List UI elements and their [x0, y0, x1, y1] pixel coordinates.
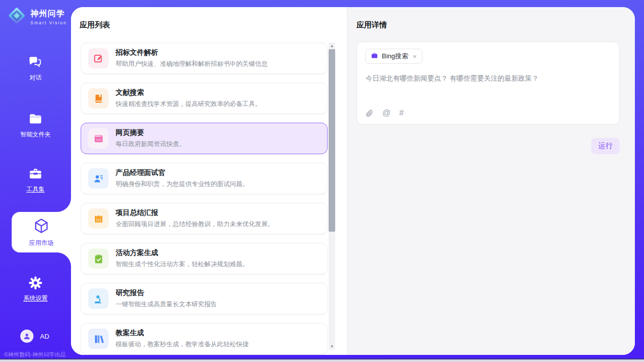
- hash-icon[interactable]: #: [399, 108, 404, 118]
- paperclip-icon[interactable]: [365, 109, 374, 118]
- app-card-title: 网页摘要: [116, 128, 186, 137]
- app-card-research-report[interactable]: 研究报告一键智能生成高质量长文本研究报告: [81, 283, 328, 314]
- composer-toolbar: @ #: [365, 108, 404, 118]
- bottom-strip: [0, 358, 644, 362]
- sidebar-item-label: 工具集: [26, 185, 45, 194]
- svg-text:</>: </>: [95, 137, 101, 141]
- sidebar-item-folders[interactable]: 智能文件夹: [0, 112, 71, 139]
- app-card-title: 研究报告: [116, 288, 217, 298]
- app-details-title: 应用详情: [356, 20, 387, 30]
- at-icon[interactable]: @: [382, 108, 390, 118]
- brand-subtitle: Smart Vision: [30, 20, 67, 25]
- briefcase-icon: [371, 52, 378, 61]
- book-icon: [88, 88, 109, 108]
- app-card-description: 快速精准查找学术资源，提高研究效率的必备工具。: [116, 100, 262, 108]
- scrollbar[interactable]: ▲ ▼: [329, 43, 335, 350]
- tool-tag-bing-search[interactable]: Bing搜索 ×: [365, 49, 422, 64]
- sidebar-item-market[interactable]: 应用市场: [12, 212, 71, 252]
- app-list-title: 应用列表: [80, 20, 110, 30]
- sidebar-item-label: 智能文件夹: [20, 130, 51, 139]
- scrollbar-thumb[interactable]: [329, 49, 335, 232]
- app-card-web-summary[interactable]: </>网页摘要每日政府新闻资讯快查。: [81, 123, 328, 154]
- app-card-title: 文献搜索: [116, 88, 262, 97]
- microscope-icon: [88, 288, 109, 309]
- main-content: 应用列表 招标文件解析帮助用户快速、准确地理解和解析招标书中的关键信息文献搜索快…: [71, 7, 635, 355]
- chat-icon: [28, 55, 43, 70]
- clipboard-check-icon: [88, 248, 109, 269]
- app-list-panel: 应用列表 招标文件解析帮助用户快速、准确地理解和解析招标书中的关键信息文献搜索快…: [71, 7, 347, 355]
- copyright-text: ©神州数码·神州问学出品: [4, 351, 66, 358]
- app-card-description: 全面回顾项目进展，总结经验教训，助力未来优化发展。: [116, 220, 274, 229]
- interviewer-icon: [88, 168, 109, 189]
- app-card-pm-interviewer[interactable]: 产品经理面试官明确身份和职责，为您提供专业性的面试问题。: [81, 163, 328, 194]
- prompt-card: Bing搜索 × 今日湖北有哪些新闻要点？ 有哪些需要关注的最新政策？ @ #: [356, 42, 620, 125]
- sidebar-item-settings[interactable]: 系统设置: [0, 275, 71, 303]
- app-details-panel: 应用详情 Bing搜索 × 今日湖北有哪些新闻要点？ 有哪些需要关注的最新政策？: [347, 7, 635, 355]
- scrollbar-down-icon[interactable]: ▼: [329, 343, 335, 350]
- tag-label: Bing搜索: [382, 52, 408, 61]
- user-row[interactable]: AD: [20, 330, 49, 343]
- app-card-lesson-plan[interactable]: 教案生成模板驱动，教案秒生成，教学准备从此轻松快捷: [81, 323, 328, 354]
- app-card-title: 活动方案生成: [116, 248, 249, 258]
- app-card-literature[interactable]: 文献搜索快速精准查找学术资源，提高研究效率的必备工具。: [81, 83, 328, 114]
- app-card-project-summary[interactable]: 项目总结汇报全面回顾项目进展，总结经验教训，助力未来优化发展。: [81, 203, 328, 234]
- sidebar-item-label: 应用市场: [29, 239, 54, 247]
- app-list: 招标文件解析帮助用户快速、准确地理解和解析招标书中的关键信息文献搜索快速精准查找…: [81, 43, 328, 355]
- app-card-title: 招标文件解析: [116, 48, 268, 57]
- app-card-description: 每日政府新闻资讯快查。: [116, 140, 186, 149]
- scrollbar-up-icon[interactable]: ▲: [329, 43, 335, 49]
- gear-icon: [28, 275, 43, 291]
- close-icon[interactable]: ×: [413, 53, 417, 60]
- brand-name: 神州问学: [30, 9, 67, 19]
- sidebar-item-label: 系统设置: [23, 294, 48, 303]
- diamond-logo-icon: [7, 6, 26, 27]
- books-icon: [88, 329, 109, 349]
- avatar[interactable]: [20, 330, 33, 343]
- user-initials: AD: [40, 333, 49, 340]
- prompt-textarea[interactable]: 今日湖北有哪些新闻要点？ 有哪些需要关注的最新政策？: [366, 74, 611, 84]
- sidebar-item-chat[interactable]: 对话: [0, 55, 71, 82]
- folder-icon: [28, 112, 43, 127]
- sidebar: 神州问学 Smart Vision 对话智能文件夹工具集应用市场系统设置 AD …: [0, 0, 71, 362]
- cube-icon: [33, 218, 50, 236]
- brand-logo: 神州问学 Smart Vision: [7, 6, 67, 27]
- app-card-description: 帮助用户快速、准确地理解和解析招标书中的关键信息: [116, 60, 268, 68]
- pen-square-icon: [88, 48, 109, 68]
- app-card-event-plan[interactable]: 活动方案生成智能生成个性化活动方案，轻松解决规划难题。: [81, 243, 328, 274]
- sidebar-item-tools[interactable]: 工具集: [0, 166, 71, 194]
- app-card-title: 教案生成: [116, 329, 249, 338]
- run-button[interactable]: 运行: [591, 138, 620, 154]
- calendar-icon: [88, 208, 109, 229]
- app-card-description: 智能生成个性化活动方案，轻松解决规划难题。: [116, 260, 249, 269]
- sidebar-item-label: 对话: [29, 74, 42, 82]
- app-card-bid-doc[interactable]: 招标文件解析帮助用户快速、准确地理解和解析招标书中的关键信息: [81, 43, 328, 74]
- app-card-title: 产品经理面试官: [116, 168, 249, 177]
- app-card-description: 明确身份和职责，为您提供专业性的面试问题。: [116, 180, 249, 189]
- app-card-description: 模板驱动，教案秒生成，教学准备从此轻松快捷: [116, 340, 249, 349]
- person-icon: [23, 332, 31, 340]
- browser-code-icon: </>: [88, 128, 109, 149]
- app-card-description: 一键智能生成高质量长文本研究报告: [116, 300, 217, 309]
- toolbox-icon: [28, 166, 43, 182]
- app-card-title: 项目总结汇报: [116, 208, 274, 218]
